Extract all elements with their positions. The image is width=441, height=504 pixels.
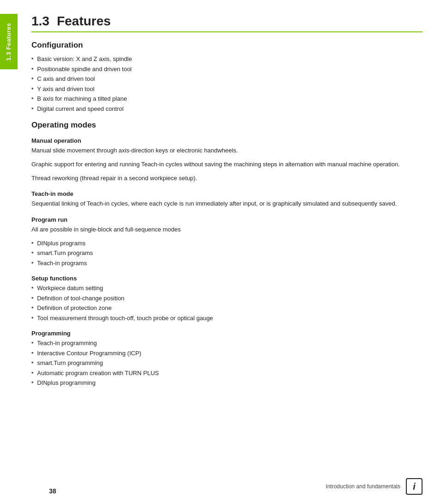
- subsection-program-run: Program run All are possible in single-b…: [31, 216, 423, 268]
- section-configuration: Configuration Basic version: X and Z axi…: [31, 41, 423, 113]
- subsection-heading-setup: Setup functions: [31, 275, 423, 282]
- section-operating-modes: Operating modes Manual operation Manual …: [31, 121, 423, 388]
- page-container: 1.3 Features 1.3 Features Configuration …: [0, 0, 441, 504]
- main-content: 1.3 Features Configuration Basic version…: [18, 0, 441, 504]
- list-item: Teach-in programs: [31, 259, 423, 268]
- subsection-heading-programrun: Program run: [31, 216, 423, 223]
- list-item: Tool measurement through touch-off, touc…: [31, 314, 423, 323]
- setup-list: Workpiece datum setting Definition of to…: [31, 284, 423, 322]
- list-item: C axis and driven tool: [31, 74, 423, 84]
- teachin-para-1: Sequential linking of Teach-in cycles, w…: [31, 199, 423, 208]
- side-tab-label: 1.3 Features: [6, 23, 12, 61]
- info-icon: i: [413, 481, 416, 492]
- list-item: Definition of tool-change position: [31, 294, 423, 303]
- footer-section-text: Introduction and fundamentals: [326, 483, 400, 490]
- list-item: Definition of protection zone: [31, 304, 423, 313]
- info-badge: i: [406, 478, 423, 495]
- subsection-manual-operation: Manual operation Manual slide movement t…: [31, 137, 423, 183]
- list-item: DINplus programming: [31, 378, 423, 388]
- programrun-para-1: All are possible in single-block and ful…: [31, 225, 423, 234]
- chapter-title: Features: [57, 14, 111, 29]
- subsection-heading-programming: Programming: [31, 330, 423, 337]
- subsection-heading-manual: Manual operation: [31, 137, 423, 144]
- subsection-heading-teachin: Teach-in mode: [31, 190, 423, 197]
- manual-para-2: Graphic support for entering and running…: [31, 160, 423, 169]
- side-tab-green: 1.3 Features: [0, 14, 18, 69]
- list-item: Teach-in programming: [31, 339, 423, 348]
- list-item: Interactive Contour Programming (ICP): [31, 349, 423, 358]
- section-heading-configuration: Configuration: [31, 41, 423, 50]
- list-item: Basic version: X and Z axis, spindle: [31, 55, 423, 64]
- list-item: Digital current and speed control: [31, 104, 423, 114]
- footer-right: Introduction and fundamentals i: [326, 478, 423, 495]
- programming-list: Teach-in programming Interactive Contour…: [31, 339, 423, 388]
- footer-page-number: 38: [49, 487, 56, 495]
- manual-para-3: Thread reworking (thread repair in a sec…: [31, 174, 423, 183]
- section-heading-operating-modes: Operating modes: [31, 121, 423, 130]
- list-item: Positionable spindle and driven tool: [31, 65, 423, 74]
- subsection-programming: Programming Teach-in programming Interac…: [31, 330, 423, 388]
- list-item: B axis for machining a tilted plane: [31, 94, 423, 103]
- list-item: smart.Turn programs: [31, 249, 423, 258]
- programrun-list: DINplus programs smart.Turn programs Tea…: [31, 239, 423, 268]
- chapter-heading: 1.3 Features: [31, 14, 423, 32]
- configuration-list: Basic version: X and Z axis, spindle Pos…: [31, 55, 423, 113]
- side-tab: 1.3 Features: [0, 0, 18, 504]
- list-item: Workpiece datum setting: [31, 284, 423, 293]
- manual-para-1: Manual slide movement through axis-direc…: [31, 146, 423, 155]
- list-item: Y axis and driven tool: [31, 85, 423, 94]
- list-item: smart.Turn programming: [31, 358, 423, 368]
- footer: 38 Introduction and fundamentals i: [35, 478, 441, 495]
- subsection-setup-functions: Setup functions Workpiece datum setting …: [31, 275, 423, 322]
- list-item: DINplus programs: [31, 239, 423, 248]
- chapter-number: 1.3: [31, 14, 49, 29]
- list-item: Automatic program creation with TURN PLU…: [31, 369, 423, 378]
- subsection-teachin-mode: Teach-in mode Sequential linking of Teac…: [31, 190, 423, 208]
